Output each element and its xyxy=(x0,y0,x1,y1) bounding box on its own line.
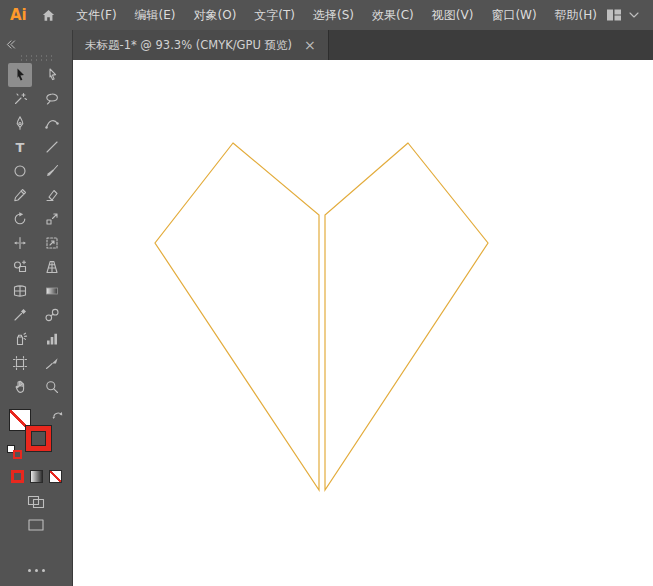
shaper-icon xyxy=(44,187,60,203)
rotate-tool[interactable] xyxy=(8,207,32,231)
more-options-icon[interactable] xyxy=(28,569,45,572)
ellipse-tool[interactable] xyxy=(8,159,32,183)
free-transform-tool[interactable] xyxy=(40,231,64,255)
scale-tool[interactable] xyxy=(40,207,64,231)
width-tool[interactable] xyxy=(8,231,32,255)
direct-selection-tool[interactable] xyxy=(40,63,64,87)
chevron-down-icon[interactable] xyxy=(629,12,639,18)
mesh-tool[interactable] xyxy=(8,279,32,303)
perspective-grid-tool[interactable] xyxy=(40,255,64,279)
magic-wand-tool[interactable] xyxy=(8,87,32,111)
close-icon[interactable]: × xyxy=(304,38,316,52)
default-colors-icon[interactable] xyxy=(7,445,23,459)
artboard-tool[interactable] xyxy=(8,351,32,375)
collapse-panel-button[interactable] xyxy=(0,30,21,53)
blend-tool[interactable] xyxy=(40,303,64,327)
artwork xyxy=(73,60,653,586)
screen-mode-icon[interactable] xyxy=(27,518,45,532)
menu-window[interactable]: 窗口(W) xyxy=(482,0,545,30)
color-button[interactable] xyxy=(11,470,24,483)
home-icon xyxy=(41,8,56,23)
eyedropper-tool[interactable] xyxy=(8,303,32,327)
paintbrush-tool[interactable] xyxy=(40,159,64,183)
ellipse-icon xyxy=(12,163,28,179)
paint-mode-row xyxy=(11,470,62,483)
zoom-icon xyxy=(44,379,60,395)
blend-icon xyxy=(44,307,60,323)
shaper-tool[interactable] xyxy=(40,183,64,207)
menu-select[interactable]: 选择(S) xyxy=(304,0,363,30)
mini-stroke xyxy=(13,450,22,459)
menu-file[interactable]: 文件(F) xyxy=(67,0,125,30)
canvas[interactable] xyxy=(73,60,653,586)
hand-tool[interactable] xyxy=(8,375,32,399)
home-button[interactable] xyxy=(37,0,60,30)
heart-right-path[interactable] xyxy=(325,143,488,490)
type-icon: T xyxy=(16,141,25,154)
line-segment-icon xyxy=(44,139,60,155)
main-menu: 文件(F) 编辑(E) 对象(O) 文字(T) 选择(S) 效果(C) 视图(V… xyxy=(67,0,606,30)
menu-help[interactable]: 帮助(H) xyxy=(546,0,606,30)
mesh-icon xyxy=(12,283,28,299)
artboard-icon xyxy=(12,355,28,371)
tab-title: 未标题-1* @ 93.3% (CMYK/GPU 预览) xyxy=(85,38,292,53)
menu-type[interactable]: 文字(T) xyxy=(245,0,304,30)
illustrator-window: Ai 文件(F) 编辑(E) 对象(O) 文字(T) 选择(S) 效果(C) 视… xyxy=(0,0,653,586)
fill-stroke-widget xyxy=(7,407,65,461)
gradient-icon xyxy=(44,283,60,299)
gradient-tool[interactable] xyxy=(40,279,64,303)
column-graph-icon xyxy=(44,331,60,347)
menu-effect[interactable]: 效果(C) xyxy=(363,0,423,30)
shape-builder-icon xyxy=(12,259,28,275)
type-tool[interactable]: T xyxy=(8,135,32,159)
selection-arrow-icon xyxy=(12,67,28,83)
gradient-button[interactable] xyxy=(30,470,43,483)
shape-builder-tool[interactable] xyxy=(8,255,32,279)
pencil-icon xyxy=(12,187,28,203)
pen-tool[interactable] xyxy=(8,111,32,135)
tool-grid: T xyxy=(8,63,64,399)
document-tab[interactable]: 未标题-1* @ 93.3% (CMYK/GPU 预览) × xyxy=(73,30,329,60)
menu-view[interactable]: 视图(V) xyxy=(423,0,483,30)
menubar-right xyxy=(606,8,653,22)
symbol-sprayer-tool[interactable] xyxy=(8,327,32,351)
magic-wand-icon xyxy=(12,91,28,107)
heart-left-path[interactable] xyxy=(155,143,319,490)
scale-icon xyxy=(44,211,60,227)
rotate-icon xyxy=(12,211,28,227)
app-logo[interactable]: Ai xyxy=(0,0,37,30)
eyedropper-icon xyxy=(12,307,28,323)
tools-panel: T xyxy=(0,30,73,586)
none-button[interactable] xyxy=(49,470,62,483)
selection-tool[interactable] xyxy=(8,63,32,87)
mode-buttons xyxy=(27,495,45,532)
swap-colors-icon[interactable] xyxy=(51,409,64,420)
column-graph-tool[interactable] xyxy=(40,327,64,351)
perspective-grid-icon xyxy=(44,259,60,275)
curvature-tool[interactable] xyxy=(40,111,64,135)
menu-bar: Ai 文件(F) 编辑(E) 对象(O) 文字(T) 选择(S) 效果(C) 视… xyxy=(0,0,653,30)
width-icon xyxy=(12,235,28,251)
slice-icon xyxy=(44,355,60,371)
hand-icon xyxy=(12,379,28,395)
lasso-tool[interactable] xyxy=(40,87,64,111)
line-segment-tool[interactable] xyxy=(40,135,64,159)
direct-selection-icon xyxy=(44,67,60,83)
symbol-sprayer-icon xyxy=(12,331,28,347)
menu-object[interactable]: 对象(O) xyxy=(185,0,246,30)
zoom-tool[interactable] xyxy=(40,375,64,399)
lasso-icon xyxy=(44,91,60,107)
paintbrush-icon xyxy=(44,163,60,179)
curvature-icon xyxy=(44,115,60,131)
draw-modes-icon[interactable] xyxy=(27,495,45,509)
double-chevron-left-icon xyxy=(5,40,16,49)
pencil-tool[interactable] xyxy=(8,183,32,207)
free-transform-icon xyxy=(44,235,60,251)
stroke-color-swatch[interactable] xyxy=(26,426,51,451)
menu-edit[interactable]: 编辑(E) xyxy=(126,0,185,30)
pen-icon xyxy=(12,115,28,131)
slice-tool[interactable] xyxy=(40,351,64,375)
workspace-switcher-icon[interactable] xyxy=(606,8,622,22)
panel-grip[interactable] xyxy=(19,54,53,61)
document-tab-bar: 未标题-1* @ 93.3% (CMYK/GPU 预览) × xyxy=(73,30,653,60)
